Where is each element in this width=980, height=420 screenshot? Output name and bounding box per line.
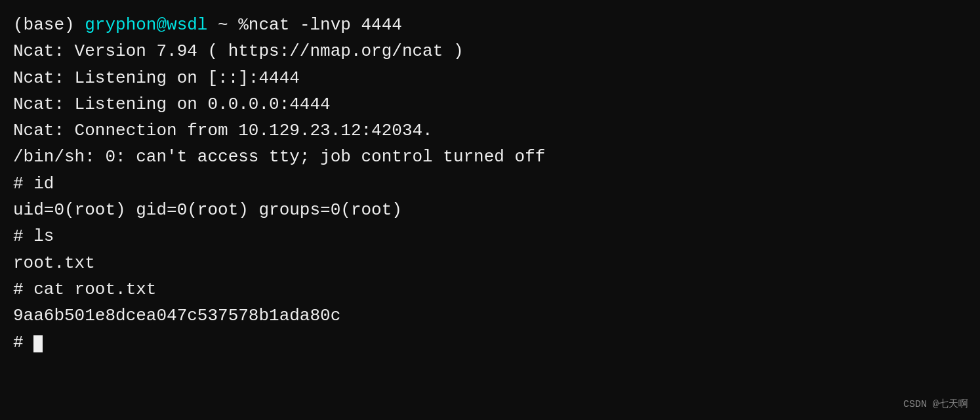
prompt-base: (base) — [13, 15, 85, 35]
terminal-line-10: # cat root.txt — [13, 276, 967, 303]
terminal-line-11: 9aa6b501e8dcea047c537578b1ada80c — [13, 303, 967, 329]
terminal-line-2: Ncat: Listening on [::]:4444 — [13, 65, 967, 91]
terminal-line-1: Ncat: Version 7.94 ( https://nmap.org/nc… — [13, 38, 967, 64]
terminal-cursor[interactable] — [33, 335, 43, 352]
terminal-line-3: Ncat: Listening on 0.0.0.0:4444 — [13, 91, 967, 117]
terminal-window: (base) gryphon@wsdl ~ %ncat -lnvp 4444 N… — [0, 0, 980, 420]
terminal-prompt-hash: # — [13, 333, 33, 352]
terminal-line-9: root.txt — [13, 250, 967, 276]
terminal-prompt-line: (base) gryphon@wsdl ~ %ncat -lnvp 4444 — [13, 12, 967, 38]
watermark: CSDN @七天啊 — [903, 397, 968, 412]
terminal-line-4: Ncat: Connection from 10.129.23.12:42034… — [13, 117, 967, 144]
terminal-line-5: /bin/sh: 0: can't access tty; job contro… — [13, 144, 967, 170]
terminal-line-7: uid=0(root) gid=0(root) groups=0(root) — [13, 197, 967, 223]
prompt-command: ~ %ncat -lnvp 4444 — [207, 15, 401, 35]
prompt-username: gryphon@wsdl — [85, 15, 207, 35]
terminal-line-12: # — [13, 329, 967, 356]
terminal-line-8: # ls — [13, 223, 967, 249]
terminal-line-6: # id — [13, 171, 967, 197]
